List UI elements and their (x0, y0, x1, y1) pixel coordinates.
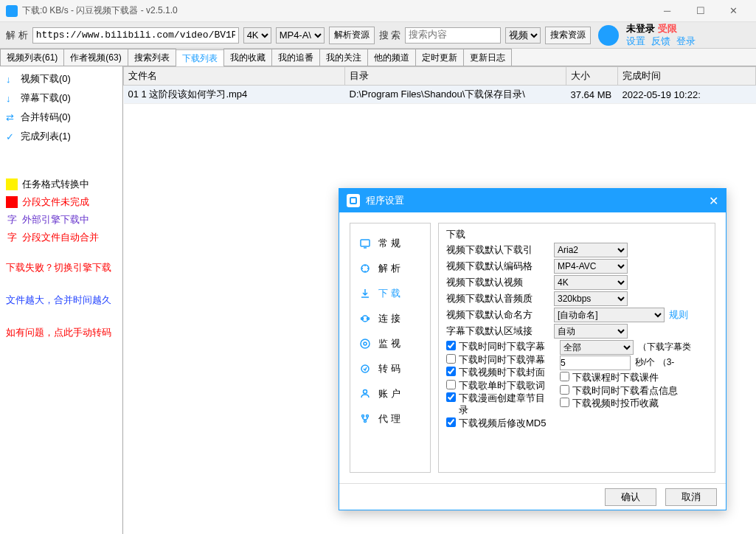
column-header[interactable]: 大小 (566, 67, 618, 86)
dlg-nav-item[interactable]: 转 码 (355, 356, 426, 381)
nav-icon (359, 413, 371, 425)
tab-2[interactable]: 搜索列表 (128, 49, 176, 66)
minimize-button[interactable]: ─ (651, 0, 684, 22)
checkbox-item[interactable]: 下载时同时下载看点信息 (560, 385, 707, 397)
codec-select[interactable]: MP4-AVC (554, 259, 628, 274)
search-type-select[interactable]: 视频 (505, 27, 541, 44)
arrow-icon: ↓ (6, 74, 16, 85)
checkbox[interactable] (560, 385, 569, 395)
checkbox[interactable] (560, 398, 569, 407)
checkbox[interactable] (560, 372, 569, 381)
format-select[interactable]: MP4-A\ (276, 27, 325, 44)
checkbox-item[interactable]: 下载漫画创建章节目录 (446, 392, 549, 415)
tab-9[interactable]: 更新日志 (463, 49, 512, 66)
svg-point-6 (361, 365, 369, 372)
tab-6[interactable]: 我的关注 (319, 49, 368, 66)
arrow-icon: ↓ (6, 93, 16, 104)
search-input[interactable] (405, 27, 501, 44)
tab-8[interactable]: 定时更新 (415, 49, 464, 66)
ok-button[interactable]: 确认 (605, 488, 656, 506)
column-header[interactable]: 完成时间 (618, 67, 756, 86)
engine-select[interactable]: Aria2 (554, 243, 628, 257)
avatar[interactable] (598, 25, 619, 46)
sub2-select[interactable]: 全部 (560, 340, 634, 355)
url-input[interactable] (32, 27, 239, 44)
maximize-button[interactable]: ☐ (684, 0, 717, 22)
dlg-nav-item[interactable]: 监 视 (355, 331, 426, 356)
cancel-button[interactable]: 取消 (665, 488, 717, 506)
svg-point-10 (364, 420, 367, 423)
checkbox[interactable] (446, 354, 456, 364)
svg-point-8 (362, 415, 364, 417)
checkbox-item[interactable]: 下载课程时下载课件 (560, 372, 707, 384)
dlg-nav-item[interactable]: 连 接 (355, 306, 426, 331)
login-link[interactable]: 登录 (676, 35, 696, 46)
tab-4[interactable]: 我的收藏 (223, 49, 272, 66)
sidebar-note[interactable]: 如有问题，点此手动转码 (4, 322, 118, 344)
legend-item: 任务格式转换中 (4, 176, 118, 193)
video-select[interactable]: 4K (554, 275, 628, 290)
column-header[interactable]: 文件名 (124, 67, 345, 86)
search-label: 搜 索 (379, 29, 401, 42)
checkbox[interactable] (446, 392, 456, 402)
checkbox[interactable] (446, 417, 456, 427)
rule-link[interactable]: 规则 (669, 308, 688, 322)
checkbox-item[interactable]: 下载视频时投币收藏 (560, 398, 707, 409)
svg-point-5 (364, 342, 367, 345)
dlg-nav-item[interactable]: 常 规 (355, 231, 426, 256)
app-icon (6, 5, 18, 17)
nav-icon (359, 288, 371, 299)
nav-icon (359, 338, 371, 350)
legend-item: 分段文件未完成 (4, 193, 118, 211)
dialog-footer: 确认 取消 (339, 483, 726, 510)
sidebar-item[interactable]: ↓弹幕下载(0) (4, 89, 118, 108)
feedback-link[interactable]: 反馈 (651, 35, 670, 46)
dlg-nav-item[interactable]: 代 理 (355, 406, 426, 431)
checkbox-item[interactable]: 下载视频时下载封面 (446, 367, 549, 378)
tab-0[interactable]: 视频列表(61) (0, 49, 64, 66)
sidebar-item[interactable]: ↓视频下载(0) (4, 69, 118, 89)
arrow-icon: ⇄ (6, 112, 16, 123)
dialog-title: 程序设置 (366, 194, 404, 207)
checkbox-item[interactable]: 下载歌单时下载歌词 (446, 380, 549, 392)
tab-5[interactable]: 我的追番 (271, 49, 320, 66)
color-swatch (6, 178, 18, 190)
quality-select[interactable]: 4K (243, 27, 271, 44)
tab-7[interactable]: 他的频道 (367, 49, 416, 66)
tab-3[interactable]: 下载列表 (176, 49, 224, 66)
checkbox-item[interactable]: 下载时同时下载弹幕 (446, 354, 549, 366)
checkbox-item[interactable]: 下载时同时下载字幕 (446, 341, 549, 353)
search-button[interactable]: 搜索资源 (545, 27, 591, 44)
audio-select[interactable]: 320kbps (554, 291, 628, 306)
dialog-close-button[interactable]: ✕ (709, 194, 718, 208)
arrow-icon: ✓ (6, 131, 16, 142)
checkbox-item[interactable]: 下载视频后修改MD5 (446, 417, 549, 429)
parse-button[interactable]: 解析资源 (329, 27, 375, 44)
dlg-nav-item[interactable]: 账 户 (355, 381, 426, 406)
checkbox[interactable] (446, 341, 456, 350)
dlg-nav-item[interactable]: 下 载 (355, 281, 426, 306)
sidebar-item[interactable]: ✓完成列表(1) (4, 127, 118, 146)
window-title: 下载:0 KB/s - 闪豆视频下载器 - v2.5.1.0 (22, 4, 651, 17)
nav-icon (359, 237, 371, 249)
column-header[interactable]: 目录 (345, 67, 566, 86)
parse-label: 解 析 (6, 29, 28, 42)
name-select[interactable]: [自动命名] (554, 308, 665, 322)
settings-link[interactable]: 设置 (626, 35, 645, 46)
sidebar-item[interactable]: ⇄合并转码(0) (4, 108, 118, 127)
sidebar-note[interactable]: 文件越大，合并时间越久 (4, 289, 118, 311)
close-button[interactable]: ✕ (717, 0, 750, 22)
delay-input[interactable] (560, 356, 631, 370)
legend-item: 字外部引擎下载中 (4, 211, 118, 229)
dialog-nav: 常 规解 析下 载连 接监 视转 码账 户代 理 (350, 223, 431, 473)
table-row[interactable]: 01 1 这阶段该如何学习.mp4D:\Program Files\Shando… (124, 86, 756, 104)
sidebar-note[interactable]: 下载失败？切换引擎下载 (4, 257, 118, 279)
dialog-titlebar: 程序设置 ✕ (339, 189, 726, 212)
tab-1[interactable]: 作者视频(63) (63, 49, 128, 66)
checkbox[interactable] (446, 380, 456, 389)
dlg-nav-item[interactable]: 解 析 (355, 256, 426, 281)
svg-point-7 (364, 390, 367, 394)
sub-select[interactable]: 自动 (554, 324, 628, 339)
checkbox[interactable] (446, 367, 456, 376)
section-title: 下载 (446, 228, 707, 241)
